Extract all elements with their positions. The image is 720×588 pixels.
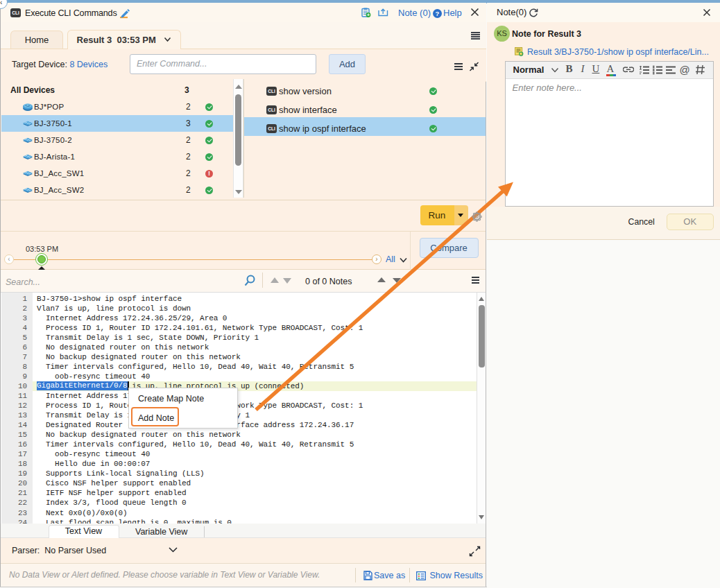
svg-text:+: +	[367, 12, 370, 17]
